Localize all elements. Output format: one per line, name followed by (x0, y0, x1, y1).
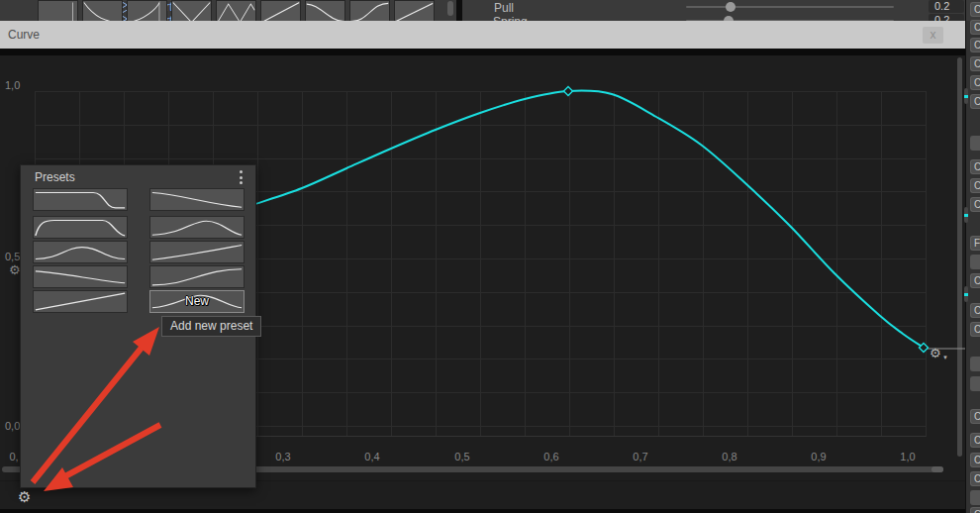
window-divider (456, 0, 462, 21)
curve-field-button-C[interactable]: C (970, 409, 980, 424)
gear-icon[interactable]: ⚙ (9, 263, 21, 276)
x-axis-tick-label: 0,4 (364, 451, 379, 462)
x-axis-tick-label: 0,8 (722, 451, 736, 462)
inspector-field-block[interactable] (970, 376, 980, 391)
curve-window-titlebar[interactable]: Curve x (0, 21, 965, 49)
kebab-menu-icon[interactable] (235, 169, 246, 185)
curve-field-button-C[interactable]: C (970, 20, 980, 35)
close-button[interactable]: x (923, 27, 943, 44)
presets-gear-icon[interactable]: ⚙ (18, 489, 31, 504)
vertical-scrollbar[interactable] (957, 57, 962, 457)
curve-field-button-C[interactable]: C (970, 2, 980, 17)
pull-value-field[interactable]: 0.2 (929, 0, 964, 13)
background-inspector-strip: CCCCCCCCCFCCCCCCCC (965, 0, 980, 513)
x-axis-tick-label: 0,5 (454, 451, 469, 462)
hierarchy-scrollbar[interactable] (447, 1, 453, 16)
curve-field-button-C[interactable]: C (970, 159, 980, 174)
preset-curve-thumbnail-bell[interactable] (33, 241, 128, 263)
curve-field-button-F[interactable]: F (970, 236, 980, 251)
x-axis-tick-label: 0,6 (543, 451, 558, 462)
window-bottom-edge (0, 509, 980, 513)
new-button-label: New (150, 294, 244, 308)
curve-field-button-C[interactable]: C (970, 197, 980, 212)
x-axis-tick-label: 1,0 (900, 451, 915, 462)
y-axis-tick-label: 0,0 (5, 420, 20, 432)
preset-curve-thumbnail-linear-rise[interactable] (33, 290, 128, 313)
y-axis-tick-label: 1,0 (5, 79, 20, 91)
new-preset-button[interactable]: New (149, 290, 245, 313)
chevron-down-icon: ▼ (942, 355, 948, 360)
x-axis-tick-label: 0,7 (633, 451, 647, 462)
pull-slider-handle[interactable] (726, 2, 735, 12)
preset-curve-thumbnail-skewed-bell[interactable] (149, 216, 245, 239)
presets-panel-title: Presets (35, 170, 75, 184)
curve-field-button-C[interactable]: C (970, 322, 980, 337)
curve-field-button-C[interactable]: C (970, 303, 980, 318)
x-axis-tick-label: 0,9 (811, 451, 826, 462)
y-axis-tick-label: 0,5 (5, 251, 20, 262)
curve-field-button-C[interactable]: C (970, 178, 980, 193)
inspector-field-block[interactable] (970, 136, 980, 151)
curve-end-gear-icon[interactable]: ⚙▼ (930, 347, 941, 359)
pull-slider[interactable] (686, 6, 894, 8)
curve-field-button-C[interactable]: C (970, 38, 980, 52)
x-axis-tick-label: 0, (9, 451, 18, 462)
curve-field-button-C[interactable]: C (970, 56, 980, 71)
curve-field-button-C[interactable]: C (970, 471, 980, 486)
mini-curve-tick (964, 293, 968, 296)
window-title: Curve (8, 28, 40, 42)
curve-field-button-C[interactable]: C (970, 507, 980, 513)
curve-field-button-C[interactable]: C (970, 94, 980, 109)
mini-curve-tick (964, 214, 968, 217)
preset-curve-thumbnail-s-curve-rise[interactable] (149, 265, 245, 288)
inspector-field-block[interactable] (970, 255, 980, 269)
curve-field-button-C[interactable]: C (970, 453, 980, 467)
spring-value-field[interactable]: 0.2 (929, 14, 964, 21)
inspector-field-block[interactable] (970, 357, 980, 371)
mini-curve-tick (964, 95, 968, 98)
curve-field-button-C[interactable]: C (970, 75, 980, 90)
preset-curve-thumbnail-trapezoid[interactable] (33, 216, 128, 239)
curve-field-button-C[interactable]: C (970, 273, 980, 288)
inspector-property-label: Pull (494, 1, 514, 15)
inspector-field-block[interactable] (970, 490, 980, 505)
titlebar-separator (0, 49, 965, 55)
curve-field-button-C[interactable]: C (970, 433, 980, 448)
preset-curve-thumbnail-ease-out-descend[interactable] (149, 188, 245, 211)
preset-curve-thumbnail-plateau-then-drop[interactable] (33, 188, 128, 211)
preset-curve-thumbnail-soft-rise[interactable] (149, 241, 245, 263)
x-axis-tick-label: 0,3 (275, 451, 290, 462)
preset-curve-thumbnail-ease-descend[interactable] (33, 265, 128, 288)
tooltip: Add new preset (161, 316, 261, 337)
unity-curve-editor-window: ▶ L_Skirt_3 ▶ L_Skirt_4 Pull 0.2 Spring … (0, 0, 980, 513)
